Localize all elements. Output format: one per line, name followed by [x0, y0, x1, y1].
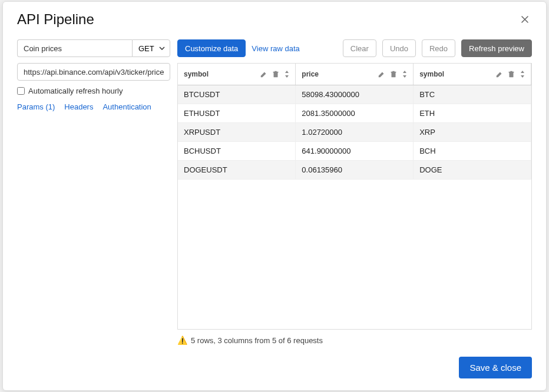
cell[interactable]: 641.90000000: [296, 141, 414, 160]
autorefresh-row[interactable]: Automatically refresh hourly: [17, 87, 170, 95]
cell[interactable]: XRPUSDT: [178, 122, 296, 141]
pipeline-name-input[interactable]: [17, 39, 132, 57]
url-input[interactable]: [17, 63, 170, 81]
customize-data-button[interactable]: Customize data: [177, 39, 246, 57]
edit-column-icon[interactable]: [378, 70, 386, 78]
preview-table-container[interactable]: symbol price: [177, 63, 532, 330]
close-icon: [520, 15, 530, 24]
tab-headers[interactable]: Headers: [64, 102, 93, 111]
cell[interactable]: 0.06135960: [296, 160, 414, 179]
preview-panel: Customize data View raw data Clear Undo …: [177, 39, 532, 345]
view-raw-data-link[interactable]: View raw data: [252, 44, 299, 53]
edit-column-icon[interactable]: [495, 70, 504, 78]
cell[interactable]: BTC: [414, 85, 531, 104]
modal-footer: Save & close: [3, 353, 546, 390]
column-header-price: price: [296, 64, 414, 85]
cell[interactable]: ETH: [414, 104, 531, 122]
column-label: symbol: [419, 70, 495, 78]
redo-button[interactable]: Redo: [422, 39, 455, 57]
autorefresh-label: Automatically refresh hourly: [28, 87, 123, 95]
table-row: DOGEUSDT 0.06135960 DOGE: [178, 160, 531, 179]
preview-table: symbol price: [178, 64, 531, 180]
cell[interactable]: 1.02720000: [296, 122, 414, 141]
preview-toolbar: Customize data View raw data Clear Undo …: [177, 39, 532, 57]
delete-column-icon[interactable]: [507, 70, 515, 78]
clear-button[interactable]: Clear: [343, 39, 376, 57]
cell[interactable]: ETHUSDT: [178, 104, 296, 122]
status-row: ⚠️ 5 rows, 3 columns from 5 of 6 request…: [177, 330, 532, 345]
column-label: price: [302, 70, 378, 78]
cell[interactable]: 2081.35000000: [296, 104, 414, 122]
table-row: ETHUSDT 2081.35000000 ETH: [178, 104, 531, 122]
undo-button[interactable]: Undo: [382, 39, 416, 57]
edit-column-icon[interactable]: [260, 70, 268, 78]
table-row: XRPUSDT 1.02720000 XRP: [178, 122, 531, 141]
cell[interactable]: BCH: [414, 141, 531, 160]
table-row: BTCUSDT 58098.43000000 BTC: [178, 85, 531, 104]
modal-header: API Pipeline: [3, 2, 546, 39]
close-button[interactable]: [518, 12, 532, 26]
sort-column-icon[interactable]: [401, 70, 408, 78]
cell[interactable]: 58098.43000000: [296, 85, 414, 104]
config-tabs: Params (1) Headers Authentication: [17, 102, 170, 111]
delete-column-icon[interactable]: [389, 70, 398, 78]
column-header-symbol-2: symbol: [414, 64, 531, 85]
tab-authentication[interactable]: Authentication: [102, 102, 151, 111]
name-method-row: GET: [17, 39, 170, 57]
delete-column-icon[interactable]: [272, 70, 280, 78]
cell[interactable]: BTCUSDT: [178, 85, 296, 104]
sort-column-icon[interactable]: [283, 70, 290, 78]
refresh-preview-button[interactable]: Refresh preview: [461, 39, 532, 57]
modal-title: API Pipeline: [17, 11, 94, 28]
table-row: BCHUSDT 641.90000000 BCH: [178, 141, 531, 160]
cell[interactable]: DOGE: [414, 160, 531, 179]
table-header-row: symbol price: [178, 64, 531, 85]
table-body: BTCUSDT 58098.43000000 BTC ETHUSDT 2081.…: [178, 85, 531, 179]
warning-icon: ⚠️: [177, 335, 187, 345]
cell[interactable]: XRP: [414, 122, 531, 141]
api-pipeline-modal: API Pipeline GET Automatically refresh h…: [2, 1, 547, 391]
column-header-symbol-1: symbol: [178, 64, 296, 85]
autorefresh-checkbox[interactable]: [17, 87, 25, 95]
status-text: 5 rows, 3 columns from 5 of 6 requests: [191, 336, 323, 345]
column-label: symbol: [184, 70, 260, 78]
http-method-select[interactable]: GET: [132, 39, 170, 57]
tab-params[interactable]: Params (1): [17, 102, 55, 111]
modal-body: GET Automatically refresh hourly Params …: [3, 39, 546, 353]
cell[interactable]: BCHUSDT: [178, 141, 296, 160]
config-panel: GET Automatically refresh hourly Params …: [17, 39, 170, 345]
sort-column-icon[interactable]: [519, 70, 526, 78]
save-close-button[interactable]: Save & close: [459, 357, 532, 378]
cell[interactable]: DOGEUSDT: [178, 160, 296, 179]
